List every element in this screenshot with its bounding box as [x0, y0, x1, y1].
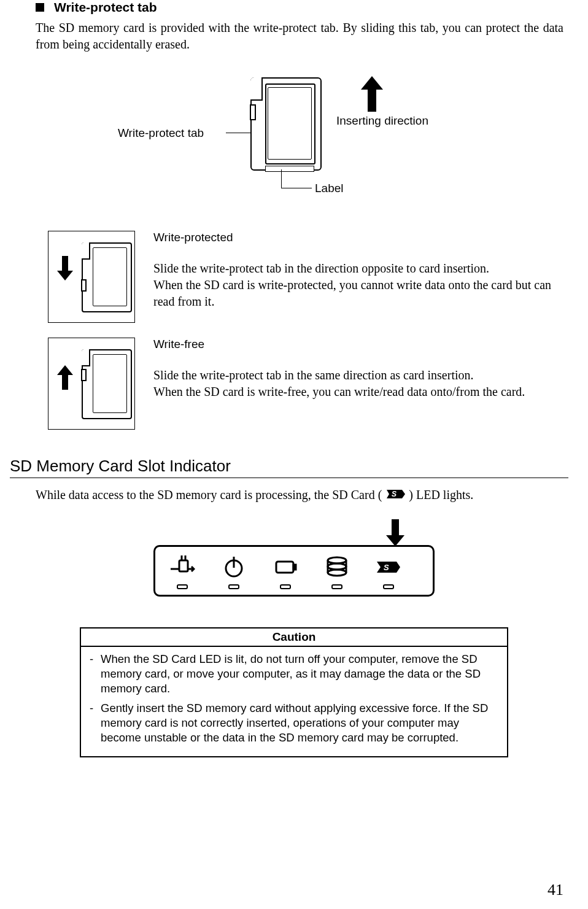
svg-rect-6 — [276, 562, 293, 573]
svg-rect-1 — [179, 560, 188, 571]
bullet-icon — [36, 3, 44, 12]
caution-text-2: Gently insert the SD memory card without… — [101, 701, 498, 745]
write-free-illustration — [48, 338, 135, 430]
write-free-title: Write-free — [153, 338, 563, 351]
write-free-line2: When the SD card is write-free, you can … — [153, 384, 563, 400]
sd-diagram: Write-protect tab Label Inserting direct… — [36, 71, 574, 225]
caution-text-1: When the SD Card LED is lit, do not turn… — [101, 652, 498, 696]
write-free-line1: Slide the write-protect tab in the same … — [153, 367, 563, 384]
write-protected-line1: Slide the write-protect tab in the direc… — [153, 260, 563, 277]
write-protected-title: Write-protected — [153, 231, 563, 244]
caution-item: - When the SD Card LED is lit, do not tu… — [90, 652, 498, 696]
subsection-heading: Write-protect tab — [36, 0, 563, 15]
leader-line — [281, 188, 312, 188]
inserting-arrow-icon — [361, 76, 383, 112]
diagram-label-label: Label — [315, 182, 344, 195]
sd-card-icon: S — [375, 552, 402, 589]
arrow-down-icon — [386, 519, 404, 546]
intro-paragraph: The SD memory card is provided with the … — [36, 20, 563, 53]
dash-bullet: - — [90, 701, 95, 745]
section-heading: SD Memory Card Slot Indicator — [10, 457, 568, 478]
sd-card-illustration — [250, 77, 322, 171]
led-panel-illustration: S — [25, 519, 563, 597]
power-icon — [220, 552, 247, 589]
indicator-text-pre: While data access to the SD memory card … — [36, 488, 382, 501]
sd-logo-icon: S — [385, 488, 406, 505]
svg-text:S: S — [392, 490, 397, 498]
page-number: 41 — [547, 881, 563, 899]
svg-text:S: S — [384, 563, 389, 572]
caution-header: Caution — [81, 629, 507, 647]
battery-icon — [272, 552, 299, 589]
arrow-down-icon — [57, 256, 73, 280]
write-protected-illustration — [48, 231, 135, 323]
write-protected-block: Write-protected Slide the write-protect … — [48, 231, 563, 323]
leader-line — [281, 169, 282, 188]
svg-point-10 — [328, 563, 346, 570]
diagram-label-direction: Inserting direction — [336, 114, 428, 128]
leader-line — [226, 133, 250, 133]
caution-item: - Gently insert the SD memory card witho… — [90, 701, 498, 745]
indicator-text-post: ) LED lights. — [409, 488, 473, 501]
caution-box: Caution - When the SD Card LED is lit, d… — [80, 627, 508, 757]
write-protected-line2: When the SD card is write-protected, you… — [153, 277, 563, 310]
subsection-title: Write-protect tab — [54, 0, 157, 15]
diagram-label-tab: Write-protect tab — [118, 126, 204, 140]
write-free-block: Write-free Slide the write-protect tab i… — [48, 338, 563, 430]
power-plug-icon — [169, 552, 196, 589]
arrow-up-icon — [57, 365, 73, 390]
indicator-paragraph: While data access to the SD memory card … — [36, 487, 563, 505]
dash-bullet: - — [90, 652, 95, 696]
svg-rect-7 — [293, 565, 296, 570]
disk-icon — [323, 552, 350, 589]
